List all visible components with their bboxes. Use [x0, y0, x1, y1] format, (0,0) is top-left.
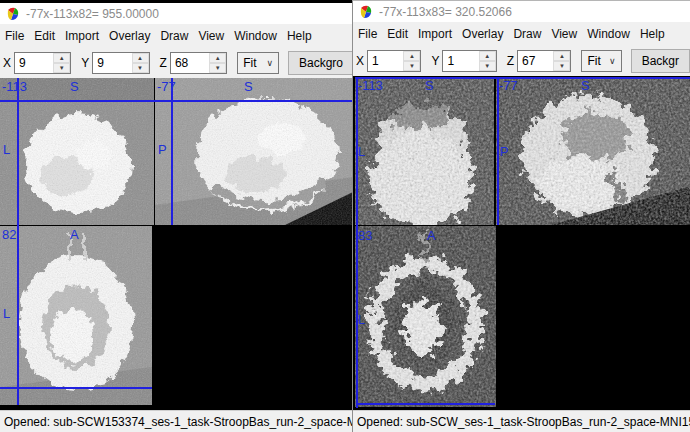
x-coordinate-spinner[interactable]: 1 ▲ ▼ [367, 50, 421, 72]
slice-display-area[interactable]: -113 S L -77 S P 82 A L [0, 78, 354, 410]
zoom-mode-select[interactable]: Fit ∨ [581, 50, 621, 72]
z-spin-up-button[interactable]: ▲ [553, 51, 570, 61]
menu-draw[interactable]: Draw [508, 25, 546, 43]
viewer-window-left: -77x-113x82= 955.00000 File Edit Import … [0, 3, 354, 432]
crosshair-vertical-line [356, 78, 358, 408]
viewer-window-right: -77x-113x83= 320.52066 File Edit Import … [352, 0, 690, 432]
coronal-brain-image[interactable] [355, 78, 494, 225]
y-spin-up-button[interactable]: ▲ [132, 53, 149, 63]
orientation-label-superior: S [581, 78, 590, 93]
x-spin-up-button[interactable]: ▲ [403, 51, 420, 61]
zoom-mode-select[interactable]: Fit ∨ [237, 52, 279, 74]
y-spin-up-button[interactable]: ▲ [479, 51, 496, 61]
sagittal-brain-image[interactable] [496, 78, 690, 225]
sagittal-view[interactable] [496, 78, 690, 225]
crosshair-horizontal-line [357, 403, 495, 405]
x-spin-up-button[interactable]: ▲ [53, 53, 70, 63]
menu-import[interactable]: Import [60, 27, 104, 45]
menu-overlay[interactable]: Overlay [457, 25, 508, 43]
crosshair-horizontal-line [0, 100, 353, 102]
axial-brain-image[interactable] [355, 226, 496, 407]
crosshair-vertical-line [17, 78, 19, 405]
orientation-label-posterior: P [158, 142, 167, 157]
y-coordinate-spinner[interactable]: 1 ▲ ▼ [442, 50, 496, 72]
z-spin-down-button[interactable]: ▼ [553, 61, 570, 71]
x-coordinate-label: X [356, 54, 364, 68]
x-coordinate-spinner[interactable]: 9 ▲ ▼ [14, 52, 71, 74]
app-icon [359, 5, 373, 19]
z-spin-down-button[interactable]: ▼ [209, 63, 226, 73]
menu-file[interactable]: File [353, 25, 382, 43]
x-spin-down-button[interactable]: ▼ [53, 63, 70, 73]
status-bar: Opened: sub-SCW_ses-1_task-StroopBas_run… [353, 410, 690, 432]
orientation-label-anterior: A [427, 228, 436, 243]
menu-window[interactable]: Window [582, 25, 635, 43]
z-coordinate-value[interactable]: 68 [171, 53, 209, 73]
y-coordinate-label: Y [81, 56, 89, 70]
title-bar[interactable]: -77x-113x83= 320.52066 [353, 1, 690, 22]
menu-import[interactable]: Import [413, 25, 457, 43]
orientation-label-left: L [3, 142, 10, 157]
slice-coordinate-label: 83 [358, 228, 372, 243]
menu-overlay[interactable]: Overlay [104, 27, 155, 45]
axial-view[interactable] [355, 226, 496, 407]
z-coordinate-spinner[interactable]: 68 ▲ ▼ [170, 52, 227, 74]
y-coordinate-label: Y [431, 54, 439, 68]
slice-coordinate-label: 82 [2, 227, 16, 242]
menu-view[interactable]: View [193, 27, 229, 45]
x-coordinate-value[interactable]: 9 [15, 53, 53, 73]
axial-view[interactable] [0, 226, 152, 405]
orientation-label-left: L [358, 312, 365, 327]
axial-brain-image[interactable] [0, 226, 152, 405]
y-coordinate-spinner[interactable]: 9 ▲ ▼ [92, 52, 149, 74]
y-coordinate-value[interactable]: 1 [443, 51, 478, 71]
menu-help[interactable]: Help [282, 27, 317, 45]
status-bar: Opened: sub-SCW153374_ses-1_task-StroopB… [0, 410, 354, 432]
z-coordinate-label: Z [507, 54, 514, 68]
orientation-label-superior: S [425, 78, 434, 93]
x-coordinate-value[interactable]: 1 [368, 51, 403, 71]
z-coordinate-value[interactable]: 67 [518, 51, 553, 71]
slice-coordinate-label: -77 [157, 79, 176, 94]
coordinate-toolbar: X 9 ▲ ▼ Y 9 ▲ ▼ Z 68 ▲ ▼ Fit ∨ [0, 47, 354, 78]
status-text: Opened: sub-SCW153374_ses-1_task-StroopB… [4, 415, 354, 429]
menu-edit[interactable]: Edit [382, 25, 413, 43]
orientation-label-left: L [3, 306, 10, 321]
menu-bar: File Edit Import Overlay Draw View Windo… [353, 22, 690, 45]
window-title: -77x-113x83= 320.52066 [379, 5, 512, 19]
menu-edit[interactable]: Edit [29, 27, 60, 45]
z-spin-up-button[interactable]: ▲ [209, 53, 226, 63]
x-spin-down-button[interactable]: ▼ [403, 61, 420, 71]
menu-draw[interactable]: Draw [155, 27, 193, 45]
zoom-mode-value: Fit [587, 54, 600, 68]
x-coordinate-label: X [3, 56, 11, 70]
crosshair-horizontal-line [0, 387, 152, 389]
coronal-view[interactable] [355, 78, 494, 225]
slice-coordinate-label: -113 [2, 79, 27, 94]
slice-coordinate-label: -77 [499, 78, 518, 93]
z-coordinate-spinner[interactable]: 67 ▲ ▼ [517, 50, 571, 72]
menu-view[interactable]: View [546, 25, 582, 43]
slice-display-area[interactable]: -113 S L -77 S P 83 A L [353, 76, 690, 411]
chevron-down-icon: ∨ [609, 56, 616, 66]
menu-file[interactable]: File [0, 27, 29, 45]
background-button[interactable]: Backgro [288, 51, 354, 75]
y-spin-down-button[interactable]: ▼ [479, 61, 496, 71]
menu-window[interactable]: Window [229, 27, 282, 45]
crosshair-vertical-line [497, 78, 499, 225]
orientation-label-left: L [358, 144, 365, 159]
crosshair-horizontal-line [355, 77, 690, 79]
y-spin-down-button[interactable]: ▼ [132, 63, 149, 73]
slice-coordinate-label: -113 [358, 78, 383, 93]
status-text: Opened: sub-SCW_ses-1_task-StroopBas_run… [357, 415, 690, 429]
chevron-down-icon: ∨ [266, 58, 273, 68]
title-bar[interactable]: -77x-113x82= 955.00000 [0, 3, 354, 24]
y-coordinate-value[interactable]: 9 [93, 53, 131, 73]
coordinate-toolbar: X 1 ▲ ▼ Y 1 ▲ ▼ Z 67 ▲ ▼ Fit ∨ [353, 45, 690, 76]
background-button[interactable]: Backgr [631, 49, 690, 73]
menu-help[interactable]: Help [635, 25, 670, 43]
z-coordinate-label: Z [160, 56, 167, 70]
orientation-label-superior: S [70, 79, 79, 94]
orientation-label-posterior: P [500, 144, 509, 159]
app-icon [6, 7, 20, 21]
